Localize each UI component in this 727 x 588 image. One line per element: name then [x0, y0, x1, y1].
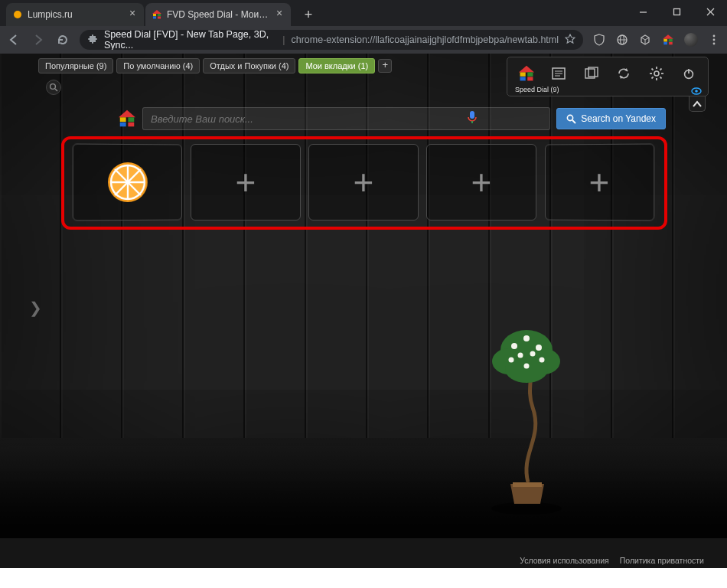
- speed-dial-empty[interactable]: +: [545, 144, 654, 221]
- mic-icon[interactable]: [467, 109, 479, 128]
- plant-decoration: [467, 315, 582, 514]
- page-content: [0, 54, 727, 568]
- svg-point-68: [568, 115, 573, 120]
- favicon-icon: [12, 9, 23, 20]
- add-group-button[interactable]: +: [378, 59, 392, 73]
- terms-link[interactable]: Условия использования: [520, 556, 609, 565]
- window-close-button[interactable]: [693, 0, 727, 23]
- svg-rect-7: [673, 8, 680, 15]
- speed-dial-empty[interactable]: +: [308, 144, 419, 220]
- tab-label: FVD Speed Dial - Мои вкладки: [167, 9, 269, 20]
- svg-point-35: [51, 84, 56, 90]
- svg-rect-39: [527, 72, 533, 76]
- group-tabs: Популярные (9) По умолчанию (4) Отдых и …: [38, 58, 392, 74]
- svg-point-28: [523, 335, 530, 341]
- svg-marker-37: [519, 66, 534, 73]
- svg-line-36: [55, 89, 57, 91]
- cube-icon[interactable]: [638, 33, 652, 47]
- svg-point-32: [518, 353, 523, 358]
- privacy-link[interactable]: Политика приватности: [620, 556, 704, 565]
- panel-home-button[interactable]: [515, 62, 538, 85]
- window-minimize-button[interactable]: [626, 0, 660, 23]
- svg-rect-17: [669, 42, 673, 44]
- group-tab[interactable]: Отдых и Покупки (4): [203, 58, 295, 74]
- browser-tab-active[interactable]: FVD Speed Dial - Мои вкладки ×: [145, 3, 291, 26]
- back-button[interactable]: [6, 32, 21, 47]
- search-bar: Search on Yandex: [118, 107, 666, 130]
- zoom-button[interactable]: [46, 80, 61, 95]
- svg-rect-41: [527, 77, 533, 80]
- svg-rect-16: [663, 42, 667, 44]
- speed-dial-empty[interactable]: +: [426, 144, 536, 220]
- svg-point-31: [540, 358, 545, 363]
- new-tab-button[interactable]: +: [298, 6, 318, 26]
- separator: |: [282, 34, 285, 45]
- svg-point-34: [524, 364, 530, 369]
- svg-marker-61: [119, 110, 135, 117]
- plus-icon: +: [236, 162, 256, 203]
- background-floor: [0, 438, 727, 538]
- page-url: chrome-extension://llaficoajjainaijghjlo…: [292, 34, 559, 45]
- svg-line-55: [660, 69, 661, 70]
- browser-tab[interactable]: Lumpics.ru ×: [6, 3, 144, 26]
- svg-point-48: [654, 71, 659, 76]
- orange-slice-icon: [106, 160, 150, 204]
- reload-button[interactable]: [55, 32, 70, 47]
- plus-icon: +: [471, 162, 492, 203]
- search-logo-icon: [118, 109, 136, 128]
- window-maximize-button[interactable]: [660, 0, 693, 23]
- extension-puzzle-icon: [87, 34, 98, 47]
- close-icon[interactable]: ×: [274, 9, 285, 20]
- svg-rect-38: [520, 72, 526, 76]
- panel-collapse-handle[interactable]: [689, 96, 706, 112]
- svg-point-60: [695, 90, 698, 93]
- profile-avatar[interactable]: [684, 33, 698, 47]
- star-icon[interactable]: [565, 34, 575, 47]
- omnibox[interactable]: Speed Dial [FVD] - New Tab Page, 3D, Syn…: [80, 30, 583, 50]
- forward-button[interactable]: [31, 32, 46, 47]
- favicon-icon: [152, 9, 162, 20]
- panel-news-button[interactable]: [547, 62, 570, 85]
- svg-line-56: [651, 77, 653, 78]
- svg-point-19: [713, 39, 716, 41]
- home-colour-icon[interactable]: [661, 33, 675, 47]
- svg-rect-15: [669, 39, 673, 42]
- svg-rect-64: [120, 122, 126, 126]
- speed-dial-empty[interactable]: +: [191, 144, 301, 220]
- group-tab[interactable]: Популярные (9): [38, 58, 113, 74]
- svg-rect-66: [470, 111, 474, 119]
- shield-icon[interactable]: [592, 33, 606, 47]
- panel-settings-button[interactable]: [645, 62, 668, 85]
- svg-point-0: [14, 11, 21, 18]
- footer-links: Условия использования Политика приватнос…: [520, 556, 704, 565]
- svg-rect-62: [120, 117, 126, 122]
- svg-rect-2: [153, 14, 156, 16]
- speed-dial-tile[interactable]: [73, 144, 182, 221]
- svg-point-27: [511, 343, 517, 349]
- sidebar-expand-handle[interactable]: ❯: [29, 299, 42, 317]
- speeddial-toolbar-panel: Speed Dial (9): [507, 57, 709, 96]
- close-icon[interactable]: ×: [127, 9, 138, 20]
- address-bar: Speed Dial [FVD] - New Tab Page, 3D, Syn…: [0, 26, 727, 54]
- svg-rect-3: [158, 14, 161, 16]
- group-tab[interactable]: По умолчанию (4): [116, 58, 200, 74]
- globe-icon[interactable]: [615, 33, 629, 47]
- panel-recent-button[interactable]: [580, 62, 603, 85]
- search-button[interactable]: Search on Yandex: [556, 108, 666, 129]
- extension-icons: [592, 33, 721, 47]
- svg-rect-14: [663, 39, 667, 42]
- kebab-menu-icon[interactable]: [707, 33, 721, 47]
- group-tab-active[interactable]: Мои вкладки (1): [298, 58, 375, 74]
- extension-name: Speed Dial [FVD] - New Tab Page, 3D, Syn…: [104, 30, 276, 50]
- panel-caption: Speed Dial (9): [515, 86, 700, 93]
- search-input[interactable]: [142, 107, 550, 130]
- svg-marker-1: [152, 10, 161, 14]
- svg-line-54: [660, 77, 661, 78]
- svg-rect-63: [128, 117, 134, 122]
- svg-rect-65: [128, 122, 134, 126]
- panel-sync-button[interactable]: [612, 62, 635, 85]
- panel-power-button[interactable]: [677, 62, 700, 85]
- svg-point-18: [713, 35, 716, 38]
- eye-icon[interactable]: [691, 87, 702, 97]
- svg-point-29: [536, 345, 542, 351]
